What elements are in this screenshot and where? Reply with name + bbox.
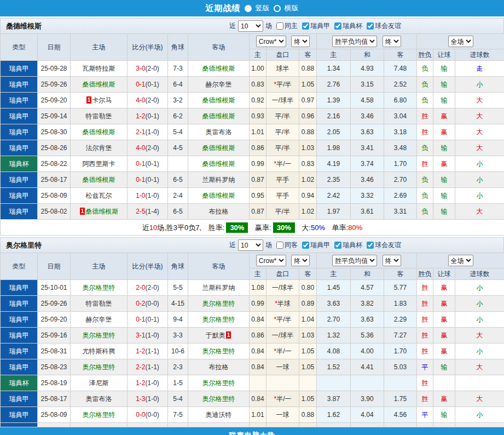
odds-away: 0.89 (299, 296, 317, 312)
result-goals: 小 (455, 344, 504, 359)
vertical-layout-radio[interactable] (245, 5, 252, 12)
match-score: 3-0(2-0) (128, 61, 168, 77)
avg-draw-odds: 4.00 (351, 344, 384, 359)
corner-score: 2-3 (168, 359, 188, 375)
league-filter-label: 瑞典甲 (310, 21, 330, 31)
friendly-filter-checkbox[interactable] (367, 22, 374, 30)
scope-select[interactable]: 全场 (448, 255, 473, 266)
league-badge: 瑞典甲 (1, 391, 38, 407)
avg-time-select[interactable]: 终 (383, 255, 401, 266)
results-table: 类型 日期 主场 比分(半场) 角球 客场 Crow* 终 胜平负均值 终 (0, 33, 504, 236)
page-title: 近期战绩 (206, 3, 241, 14)
avg-win-odds: 2.05 (317, 124, 351, 140)
league-badge: 瑞典甲 (1, 312, 38, 328)
match-date: 25-09-20 (38, 93, 71, 108)
odds-away: 1.05 (299, 359, 317, 375)
table-row: 瑞典甲25-08-09奥尔格里特0-0(0-0)7-5奥迪沃特1.01一球0.8… (1, 407, 504, 423)
league-badge: 瑞典甲 (1, 280, 38, 296)
horizontal-layout-radio[interactable] (274, 5, 281, 12)
avg-win-odds: 2.16 (317, 108, 351, 124)
corner-score: 5-4 (168, 124, 188, 140)
result-handicap: 输 (433, 204, 455, 220)
result-goals: 大 (455, 359, 504, 375)
home-team: 奥尔格里特 (71, 328, 128, 344)
match-score: 1-2(1-1) (128, 344, 168, 359)
corner-score: 4-5 (168, 140, 188, 156)
avg-draw-odds (351, 375, 384, 391)
odds-home: 1.08 (250, 280, 267, 296)
cup-filter-checkbox[interactable] (334, 22, 341, 30)
odds-time-select[interactable]: 终 (291, 36, 310, 47)
friendly-filter-checkbox[interactable] (367, 242, 374, 249)
result-outcome: 胜 (417, 375, 433, 391)
odds-home: 0.86 (250, 140, 267, 156)
odds-company-select[interactable]: Crow* (256, 255, 286, 266)
result-goals: 小 (455, 188, 504, 204)
match-count-select[interactable]: 10 (238, 20, 263, 32)
league-filter-checkbox[interactable] (302, 22, 309, 30)
avg-odds-group: 胜平负均值 终 (317, 34, 417, 49)
topbar: 近期战绩 竖版 横版 (0, 0, 504, 16)
away-team: 布拉格 (188, 204, 250, 220)
avg-time-select[interactable]: 终 (383, 36, 401, 47)
corner-score: 5-4 (168, 391, 188, 407)
horizontal-layout-label: 横版 (285, 3, 299, 13)
odds-company-select[interactable]: Crow* (256, 36, 286, 47)
corner-score: 3-3 (168, 328, 188, 344)
avg-lose-odds: 2.69 (384, 188, 417, 204)
result-outcome: 胜 (417, 296, 433, 312)
profit-rate-badge: 30% (273, 222, 295, 233)
corner-score: 6-5 (168, 172, 188, 188)
result-goals: 走 (455, 61, 504, 77)
result-handicap: 赢 (433, 296, 455, 312)
avg-win-odds: 1.32 (317, 328, 351, 344)
away-team: 桑德维根斯 (188, 93, 250, 108)
handicap-name: 平/半 (267, 124, 299, 140)
avg-odds-select[interactable]: 胜平负均值 (332, 255, 377, 266)
result-goals: 小 (455, 407, 504, 423)
avg-lose-odds: 3.04 (384, 108, 417, 124)
match-count-select[interactable]: 10 (238, 239, 263, 251)
match-date: 25-08-09 (38, 407, 71, 423)
big-rate-value: 50% (311, 224, 325, 232)
handicap-name: *半/一 (267, 344, 299, 359)
result-goals: 大 (455, 204, 504, 220)
table-row: 瑞典甲25-09-201卡尔马4-0(2-0)3-2桑德维根斯0.92一/球半0… (1, 93, 504, 108)
col-avg-win: 主 (317, 49, 351, 61)
odds-home: 0.84 (250, 391, 267, 407)
col-winlose: 胜负 (417, 268, 433, 280)
col-avg-lose: 客 (384, 268, 417, 280)
same-venue-checkbox[interactable] (276, 242, 283, 249)
table-row: 瑞典杯25-08-19泽尼斯1-2(1-0)1-5奥尔格里特胜 (1, 375, 504, 391)
result-goals: 大 (455, 124, 504, 140)
league-badge: 瑞典甲 (1, 204, 38, 220)
match-score: 1-2(1-0) (128, 375, 168, 391)
table-row: 瑞典甲25-09-28瓦斯特拉斯3-0(2-0)7-3桑德维根斯1.00球半0.… (1, 61, 504, 77)
league-filter-checkbox[interactable] (302, 242, 309, 249)
friendly-filter-label: 球会友谊 (375, 21, 401, 31)
odds-home: 0.99 (250, 156, 267, 172)
table-row: 瑞典甲25-08-09松兹瓦尔1-0(1-0)2-4桑德维根斯0.95平手0.9… (1, 188, 504, 204)
scope-select[interactable]: 全场 (448, 36, 473, 47)
result-outcome: 负 (417, 61, 433, 77)
vertical-layout-label: 竖版 (256, 3, 270, 13)
avg-draw-odds: 4.93 (351, 61, 384, 77)
avg-win-odds: 3.87 (317, 391, 351, 407)
corner-score: 5-5 (168, 280, 188, 296)
avg-odds-select[interactable]: 胜平负均值 (332, 36, 377, 47)
avg-lose-odds: 1.70 (384, 156, 417, 172)
result-goals: 大 (455, 328, 504, 344)
cup-filter-checkbox[interactable] (334, 242, 341, 249)
col-odds-home: 主 (250, 268, 267, 280)
home-team: 阿西里斯卡 (71, 156, 128, 172)
result-outcome: 负 (417, 204, 433, 220)
odds-time-select[interactable]: 终 (291, 255, 310, 266)
corner-score: 2-4 (168, 188, 188, 204)
result-handicap: 输 (433, 93, 455, 108)
table-row: 瑞典甲25-08-17奥雷布洛1-3(1-0)5-4奥尔格里特0.84*半/一1… (1, 391, 504, 407)
same-venue-checkbox[interactable] (276, 22, 283, 30)
odds-away: 0.80 (299, 280, 317, 296)
col-score: 比分(半场) (128, 34, 168, 61)
avg-draw-odds: 4.58 (351, 93, 384, 108)
result-goals (455, 375, 504, 391)
